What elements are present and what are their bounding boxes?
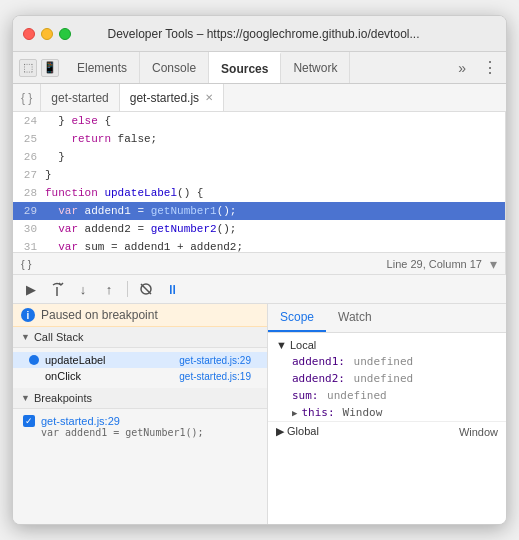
toolbar-separator (127, 281, 128, 297)
var-addend1: addend1: undefined (268, 353, 506, 370)
svg-point-0 (56, 294, 58, 296)
title-bar: Developer Tools – https://googlechrome.g… (13, 16, 506, 52)
chevron-icon: ▼ (21, 332, 30, 342)
breakpoints-section: ▼ Breakpoints ✓ get-started.js:29 var ad… (13, 388, 267, 444)
stack-file-1: get-started.js:19 (179, 371, 251, 382)
file-tab-close-icon[interactable]: ✕ (205, 92, 213, 103)
local-scope-label: ▼ Local (276, 339, 316, 351)
code-content[interactable]: 24 } else { 25 return false; 26 } 27 } 2 (13, 112, 505, 252)
deactivate-button[interactable] (136, 279, 156, 299)
file-tabs-bar: { } get-started get-started.js ✕ (13, 84, 506, 112)
paused-text: Paused on breakpoint (41, 308, 158, 322)
file-tree-icon[interactable]: { } (13, 84, 41, 111)
stack-item-0[interactable]: updateLabel get-started.js:29 (13, 352, 267, 368)
breakpoints-body: ✓ get-started.js:29 var addend1 = getNum… (13, 409, 267, 444)
main-area: 24 } else { 25 return false; 26 } 27 } 2 (13, 112, 506, 274)
call-stack-label: Call Stack (34, 331, 84, 343)
code-line-26: 26 } (13, 148, 505, 166)
stack-item-1[interactable]: onClick get-started.js:19 (13, 368, 267, 384)
chevron-bp-icon: ▼ (21, 393, 30, 403)
global-label: ▶ Global (276, 425, 319, 438)
step-over-button[interactable] (47, 279, 67, 299)
step-into-button[interactable]: ↓ (73, 279, 93, 299)
call-stack-header[interactable]: ▼ Call Stack (13, 327, 267, 348)
global-value: Window (459, 426, 498, 438)
tab-sources[interactable]: Sources (209, 52, 281, 83)
breakpoint-code-0: var addend1 = getNumber1(); (23, 427, 257, 438)
right-tabs: Scope Watch (268, 304, 506, 333)
breakpoints-header[interactable]: ▼ Breakpoints (13, 388, 267, 409)
this-label: this: (301, 406, 334, 419)
this-chevron-icon: ▶ (292, 408, 297, 418)
right-panel: Scope Watch ▼ Local addend1: undefined a… (268, 304, 506, 524)
tabs-more[interactable]: » (450, 52, 474, 83)
code-line-29: 29 var addend1 = getNumber1(); (13, 202, 505, 220)
cursor-position: Line 29, Column 17 ▾ (387, 256, 497, 272)
minimize-button[interactable] (41, 28, 53, 40)
stack-fn-0: updateLabel (45, 354, 106, 366)
left-panel: i Paused on breakpoint ▼ Call Stack upda… (13, 304, 268, 524)
stack-file-0: get-started.js:29 (179, 355, 251, 366)
scope-content: ▼ Local addend1: undefined addend2: unde… (268, 333, 506, 524)
code-line-28: 28 function updateLabel() { (13, 184, 505, 202)
stack-fn-1: onClick (45, 370, 81, 382)
traffic-lights (23, 28, 71, 40)
var-sum: sum: undefined (268, 387, 506, 404)
tab-elements[interactable]: Elements (65, 52, 140, 83)
cursor-info: Line 29, Column 17 (387, 258, 482, 270)
var-addend2: addend2: undefined (268, 370, 506, 387)
code-area: 24 } else { 25 return false; 26 } 27 } 2 (13, 112, 506, 274)
resume-button[interactable]: ▶ (21, 279, 41, 299)
this-row[interactable]: ▶ this: Window (268, 404, 506, 421)
tab-scope[interactable]: Scope (268, 304, 326, 332)
code-line-25: 25 return false; (13, 130, 505, 148)
call-stack-section: ▼ Call Stack updateLabel get-started.js:… (13, 327, 267, 388)
file-tab-label: get-started (51, 91, 108, 105)
call-stack-body: updateLabel get-started.js:29 onClick ge… (13, 348, 267, 388)
this-value: Window (343, 406, 383, 419)
file-tab-js-label: get-started.js (130, 91, 199, 105)
tab-console[interactable]: Console (140, 52, 209, 83)
global-scope[interactable]: ▶ Global Window (268, 421, 506, 441)
local-scope-header[interactable]: ▼ Local (268, 337, 506, 353)
tabs-menu-button[interactable]: ⋮ (474, 52, 506, 83)
window-title: Developer Tools – https://googlechrome.g… (81, 27, 446, 41)
tabs-bar: ⬚ 📱 Elements Console Sources Network » ⋮ (13, 52, 506, 84)
breakpoint-item-0: ✓ get-started.js:29 var addend1 = getNum… (13, 413, 267, 440)
info-icon: i (21, 308, 35, 322)
paused-banner: i Paused on breakpoint (13, 304, 267, 327)
debug-toolbar: ▶ ↓ ↑ ⏸ (13, 274, 506, 304)
code-line-31: 31 var sum = addend1 + addend2; (13, 238, 505, 252)
bracket-icon: { } (21, 258, 31, 270)
breakpoint-checkbox-0[interactable]: ✓ (23, 415, 35, 427)
devtools-window: Developer Tools – https://googlechrome.g… (12, 15, 507, 525)
breakpoints-label: Breakpoints (34, 392, 92, 404)
bottom-panel: i Paused on breakpoint ▼ Call Stack upda… (13, 304, 506, 524)
code-line-24: 24 } else { (13, 112, 505, 130)
status-arrow-icon[interactable]: ▾ (490, 256, 497, 272)
file-tab-get-started-js[interactable]: get-started.js ✕ (120, 84, 224, 111)
step-out-button[interactable]: ↑ (99, 279, 119, 299)
inspect-icon[interactable]: ⬚ (19, 59, 37, 77)
maximize-button[interactable] (59, 28, 71, 40)
code-line-27: 27 } (13, 166, 505, 184)
tab-network[interactable]: Network (281, 52, 350, 83)
breakpoint-label-0: get-started.js:29 (41, 415, 120, 427)
close-button[interactable] (23, 28, 35, 40)
pause-on-exceptions-button[interactable]: ⏸ (162, 279, 182, 299)
breakpoint-row-0: ✓ get-started.js:29 (23, 415, 257, 427)
local-scope: ▼ Local addend1: undefined addend2: unde… (268, 337, 506, 421)
tabs-list: Elements Console Sources Network (65, 52, 450, 83)
stack-icon-0 (29, 355, 39, 365)
device-icon[interactable]: 📱 (41, 59, 59, 77)
tab-icons: ⬚ 📱 (13, 52, 65, 83)
status-bar: { } Line 29, Column 17 ▾ (13, 252, 505, 274)
code-line-30: 30 var addend2 = getNumber2(); (13, 220, 505, 238)
file-tab-get-started[interactable]: get-started (41, 84, 119, 111)
tab-watch[interactable]: Watch (326, 304, 384, 332)
